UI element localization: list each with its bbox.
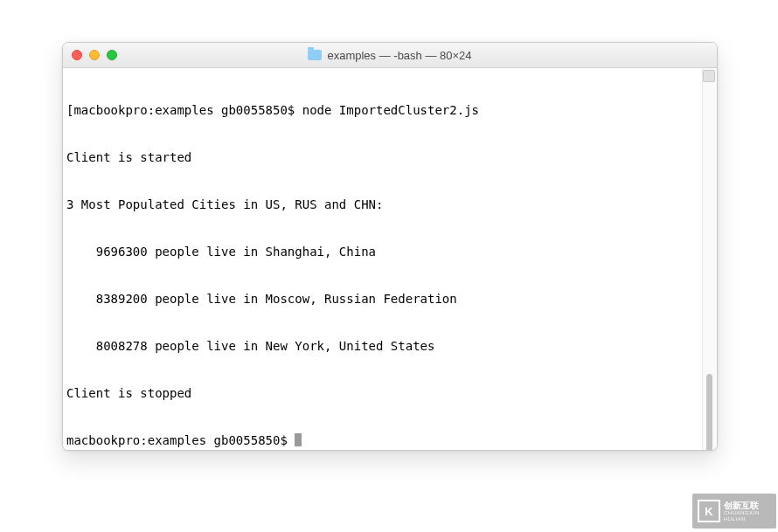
terminal-line: 8008278 people live in New York, United …	[66, 338, 698, 354]
terminal-content[interactable]: [macbookpro:examples gb0055850$ node Imp…	[63, 68, 702, 451]
terminal-line: 3 Most Populated Cities in US, RUS and C…	[66, 197, 698, 212]
close-icon[interactable]	[72, 50, 82, 60]
watermark-sub: CHUANGXIN HULIAN	[724, 510, 776, 522]
window-controls	[63, 50, 117, 60]
watermark-badge: K 创新互联 CHUANGXIN HULIAN	[692, 494, 776, 529]
cursor-icon	[295, 433, 302, 446]
minimize-icon[interactable]	[89, 50, 100, 60]
title-text: examples — -bash — 80×24	[327, 49, 471, 62]
watermark-brand: 创新互联	[724, 501, 776, 510]
terminal-body[interactable]: [macbookpro:examples gb0055850$ node Imp…	[63, 68, 717, 451]
scroll-corner-icon	[703, 70, 715, 82]
window-title: examples — -bash — 80×24	[63, 49, 717, 62]
watermark-logo-letter: K	[705, 505, 712, 518]
folder-icon	[308, 50, 322, 60]
watermark-logo-icon: K	[698, 500, 720, 522]
prompt-text: macbookpro:examples gb0055850$	[66, 433, 295, 447]
maximize-icon[interactable]	[107, 50, 117, 60]
scroll-thumb[interactable]	[706, 374, 712, 451]
terminal-line: Client is started	[66, 149, 698, 165]
terminal-prompt-line: macbookpro:examples gb0055850$	[66, 432, 698, 448]
terminal-line: 9696300 people live in Shanghai, China	[66, 244, 698, 259]
terminal-line: 8389200 people live in Moscow, Russian F…	[66, 291, 698, 307]
terminal-line: [macbookpro:examples gb0055850$ node Imp…	[66, 102, 698, 118]
terminal-window: examples — -bash — 80×24 [macbookpro:exa…	[62, 42, 718, 451]
titlebar[interactable]: examples — -bash — 80×24	[63, 43, 717, 68]
scrollbar[interactable]	[702, 68, 717, 451]
terminal-line: Client is stopped	[66, 385, 698, 401]
